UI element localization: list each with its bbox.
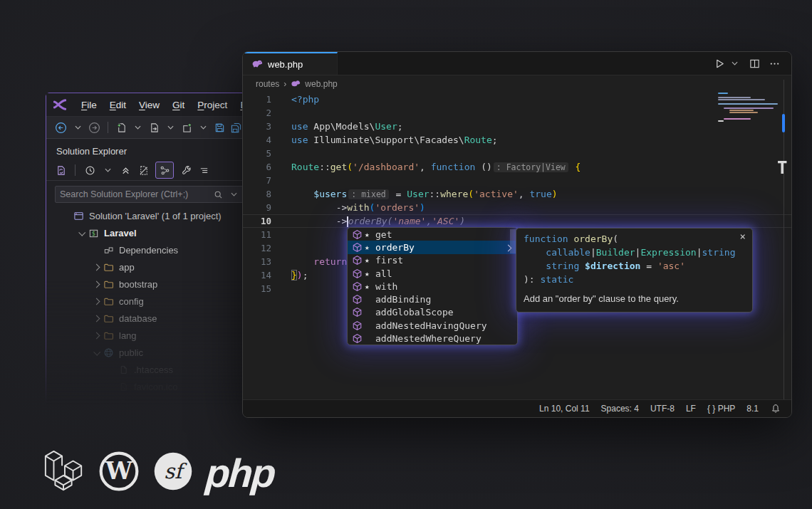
tree-chevron-icon[interactable] <box>105 402 117 406</box>
menu-file[interactable]: File <box>75 100 103 110</box>
status-item[interactable]: { } PHP <box>707 404 735 414</box>
toolbar-save-icon[interactable] <box>214 120 225 135</box>
scrollbar-thumb[interactable] <box>782 114 785 132</box>
suggest-label: all <box>375 268 392 279</box>
toolbar-save-all-icon[interactable] <box>230 120 241 135</box>
method-icon <box>352 307 365 318</box>
breadcrumb-folder[interactable]: routes <box>256 79 279 89</box>
suggest-item-addNestedWhereQuery[interactable]: addNestedWhereQuery <box>348 332 517 345</box>
suggest-label: addGlobalScope <box>375 307 454 318</box>
promo-canvas: { "colors":{"accent_blue":"#3ea1ff","sel… <box>0 0 812 509</box>
status-item[interactable]: LF <box>686 404 696 414</box>
search-icon <box>212 187 224 201</box>
line-number: 8 <box>243 189 271 199</box>
scope-toggle-button[interactable] <box>155 162 174 179</box>
php-logo: php <box>204 450 276 496</box>
line-number: 9 <box>243 202 271 213</box>
code-line-3: 3use App\Models\User; <box>243 120 791 133</box>
split-editor-icon[interactable] <box>749 56 760 70</box>
suggest-item-addNestedHavingQuery[interactable]: addNestedHavingQuery <box>348 319 517 332</box>
suggest-item-all[interactable]: ★all <box>348 267 517 280</box>
svg-text:$: $ <box>91 229 95 236</box>
toolbar-add-file-icon[interactable] <box>148 120 160 135</box>
toolbar-chev-icon[interactable] <box>132 120 143 135</box>
line-number: 3 <box>243 121 271 132</box>
line-number: 11 <box>243 229 271 240</box>
toolbar-chev-icon[interactable] <box>72 120 83 135</box>
bell-icon[interactable] <box>770 402 781 416</box>
code-line-10: 10 ->orderBy('name','ASC') <box>243 214 791 228</box>
panel-doc-sync-icon[interactable] <box>55 163 66 177</box>
doc-popup: × function orderBy( callable|Builder|Exp… <box>516 228 753 313</box>
toolbar-forward-icon[interactable] <box>88 120 100 135</box>
wordpress-logo-icon: W <box>98 450 140 495</box>
method-icon <box>352 333 365 344</box>
toolbar-new-file-icon[interactable] <box>115 120 127 135</box>
suggest-label: with <box>375 281 397 292</box>
menu-git[interactable]: Git <box>166 100 191 110</box>
chevron-down-icon[interactable] <box>228 187 239 201</box>
tree-item-label: favicon.ico <box>134 382 177 392</box>
run-button[interactable] <box>714 56 725 70</box>
line-number: 1 <box>243 94 271 105</box>
suggest-item-addBinding[interactable]: addBinding <box>348 293 517 305</box>
suggest-item-first[interactable]: ★first <box>348 254 517 267</box>
solution-icon <box>72 211 85 221</box>
tree-chevron-icon[interactable] <box>90 299 102 304</box>
run-chevron-icon[interactable] <box>729 56 740 70</box>
status-item[interactable]: 8.1 <box>746 404 759 414</box>
minimap[interactable] <box>718 93 781 122</box>
separator <box>75 164 76 176</box>
code-line-2: 2 <box>243 106 791 120</box>
status-item[interactable]: Spaces: 4 <box>601 404 639 414</box>
vs-menu-items: FileEditViewGitProjectBuild <box>75 98 268 111</box>
solution-explorer-search[interactable]: Search Solution Explorer (Ctrl+;) <box>55 186 244 203</box>
menu-project[interactable]: Project <box>191 100 234 110</box>
close-icon[interactable]: × <box>740 231 746 242</box>
tree-chevron-icon[interactable] <box>90 350 102 355</box>
line-number: 6 <box>243 162 271 172</box>
code-line-5: 5 <box>243 147 791 160</box>
suggest-label: get <box>375 229 392 240</box>
doc-signature: function orderBy( callable|Builder|Expre… <box>516 229 752 288</box>
search-placeholder: Search Solution Explorer (Ctrl+;) <box>60 189 212 199</box>
tree-item-label: public <box>119 347 143 358</box>
tree-item-label: config <box>119 296 144 307</box>
menu-edit[interactable]: Edit <box>103 100 132 110</box>
tree-chevron-icon[interactable] <box>90 265 102 270</box>
panel-lines-icon[interactable] <box>198 163 209 177</box>
suggest-item-addGlobalScope[interactable]: addGlobalScope <box>348 306 517 319</box>
tree-chevron-icon[interactable] <box>90 316 102 321</box>
more-actions-icon[interactable] <box>769 56 780 70</box>
code-line-1: 1<?php <box>243 93 791 106</box>
toolbar-chev-icon[interactable] <box>165 120 176 135</box>
panel-history-icon[interactable] <box>84 163 95 177</box>
panel-preview-off-icon[interactable] <box>137 163 149 177</box>
separator <box>108 122 108 133</box>
method-icon <box>352 229 365 240</box>
toolbar-back-icon[interactable] <box>55 120 67 135</box>
tree-chevron-icon[interactable] <box>90 333 102 338</box>
suggest-item-with[interactable]: ★with <box>348 280 517 293</box>
panel-wrench-icon[interactable] <box>180 163 192 177</box>
laravel-logo-icon <box>43 448 85 497</box>
line-number: 4 <box>243 135 271 145</box>
status-item[interactable]: Ln 10, Col 11 <box>539 404 590 414</box>
breadcrumb-file[interactable]: web.php <box>305 79 337 89</box>
suggest-label: addBinding <box>375 294 431 305</box>
dependencies-icon <box>102 245 115 256</box>
panel-collapse-icon[interactable] <box>120 163 131 177</box>
code-line-8: 8 $users: mixed = User::where('active', … <box>243 187 791 201</box>
suggest-item-orderBy[interactable]: ★orderBy <box>348 241 517 253</box>
autocomplete-popup: ★get★orderBy★first★all★withaddBindingadd… <box>347 227 518 345</box>
panel-chev-icon[interactable] <box>102 163 113 177</box>
tab-web-php[interactable]: web.php <box>243 52 338 75</box>
line-number: 2 <box>243 107 271 118</box>
tree-chevron-icon[interactable] <box>90 282 102 287</box>
menu-view[interactable]: View <box>132 100 166 110</box>
status-item[interactable]: UTF-8 <box>650 404 675 414</box>
toolbar-chev-icon[interactable] <box>197 120 209 135</box>
suggest-item-get[interactable]: ★get <box>348 228 517 241</box>
tree-chevron-icon[interactable] <box>76 231 87 236</box>
toolbar-new-project-icon[interactable] <box>181 120 192 135</box>
